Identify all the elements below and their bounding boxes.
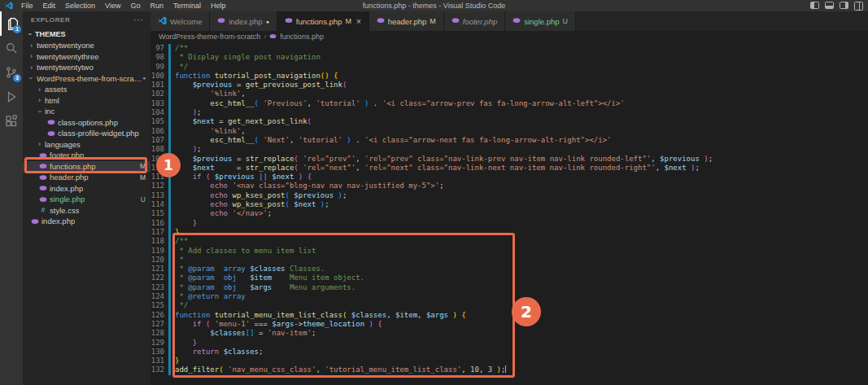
- tree-item-footer-php[interactable]: footer.php: [23, 150, 150, 161]
- line-number[interactable]: 117: [150, 228, 168, 237]
- line-number[interactable]: 113: [150, 191, 168, 200]
- line-number[interactable]: 105: [150, 117, 168, 126]
- line-number[interactable]: 100: [150, 72, 168, 81]
- line-number[interactable]: 115: [150, 209, 168, 218]
- line-number[interactable]: 130: [150, 348, 168, 357]
- code-line[interactable]: 110 $next = str_replace( 'rel="next"', '…: [150, 164, 868, 173]
- line-number[interactable]: 128: [150, 329, 168, 338]
- code-line[interactable]: 112 echo '<nav class="blog-nav nav nav-j…: [150, 182, 868, 190]
- tab-single-php[interactable]: single.phpU: [505, 11, 576, 31]
- line-number[interactable]: 102: [150, 90, 168, 98]
- line-number[interactable]: 107: [150, 136, 168, 145]
- code-line[interactable]: 111 if ( $previous || $next ) {: [150, 173, 868, 182]
- line-number[interactable]: 112: [150, 182, 168, 190]
- menu-edit[interactable]: Edit: [38, 0, 61, 11]
- code-line[interactable]: 98 * Display single post navigation: [150, 53, 868, 62]
- line-number[interactable]: 131: [150, 357, 168, 365]
- tree-item-inc[interactable]: ›inc: [23, 106, 150, 117]
- code-line[interactable]: 132add_filter( 'nav_menu_css_class', 'tu…: [150, 365, 868, 374]
- code-line[interactable]: 128 $classes[] = 'nav-item';: [150, 329, 868, 338]
- code-line[interactable]: 118/**: [150, 237, 868, 246]
- code-line[interactable]: 113 echo wp_kses_post( $previous );: [150, 191, 868, 200]
- menu-selection[interactable]: Selection: [60, 0, 100, 11]
- menu-terminal[interactable]: Terminal: [168, 0, 206, 11]
- line-number[interactable]: 109: [150, 155, 168, 164]
- code-line[interactable]: 129 }: [150, 339, 868, 348]
- code-line[interactable]: 127 if ( 'menu-1' === $args->theme_locat…: [150, 320, 868, 329]
- tree-item-twentytwentythree[interactable]: ›twentytwentythree: [23, 51, 150, 63]
- code-line[interactable]: 109 $previous = str_replace( 'rel="prev"…: [150, 155, 868, 164]
- code-line[interactable]: 131}: [150, 357, 868, 365]
- code-line[interactable]: 102 '%link',: [150, 90, 868, 98]
- line-number[interactable]: 122: [150, 273, 168, 282]
- code-line[interactable]: 104 );: [150, 108, 868, 117]
- line-number[interactable]: 119: [150, 247, 168, 256]
- line-number[interactable]: 123: [150, 283, 168, 292]
- tree-item-twentytwentyone[interactable]: ›twentytwentyone: [23, 40, 150, 51]
- line-number[interactable]: 110: [150, 164, 168, 173]
- line-number[interactable]: 106: [150, 127, 168, 136]
- tab-index-php[interactable]: index.php●: [210, 11, 277, 31]
- breadcrumb-file[interactable]: functions.php: [280, 33, 324, 41]
- extensions-icon[interactable]: [0, 109, 23, 133]
- code-line[interactable]: 97/**: [150, 44, 868, 53]
- tree-item-WordPress-theme-from-scratch[interactable]: ›WordPress-theme-from-scratch●: [23, 73, 150, 85]
- code-line[interactable]: 122 * @param obj $item Menu item object.: [150, 273, 868, 282]
- line-number[interactable]: 99: [150, 63, 168, 72]
- code-line[interactable]: 120 *: [150, 256, 868, 265]
- line-number[interactable]: 104: [150, 108, 168, 117]
- toggle-sidebar-icon[interactable]: [810, 2, 819, 9]
- line-number[interactable]: 127: [150, 320, 168, 329]
- source-control-icon[interactable]: 3: [0, 60, 23, 85]
- breadcrumb-folder[interactable]: WordPress-theme-from-scratch: [159, 33, 260, 41]
- menu-run[interactable]: Run: [145, 0, 168, 11]
- explorer-icon[interactable]: 1: [0, 11, 23, 36]
- tree-item-index-php[interactable]: index.php: [23, 216, 150, 227]
- search-icon[interactable]: [0, 36, 23, 60]
- code-line[interactable]: 125 */: [150, 301, 868, 310]
- code-line[interactable]: 107 esc_html__( 'Next', 'tutorial' ) . '…: [150, 136, 868, 145]
- code-line[interactable]: 100function tutorial_post_navigation() {: [150, 72, 868, 81]
- tree-item-index-php[interactable]: index.php: [23, 183, 150, 195]
- tree-item-languages[interactable]: ›languages: [23, 139, 150, 151]
- tree-item-assets[interactable]: ›assets: [23, 84, 150, 95]
- line-number[interactable]: 126: [150, 311, 168, 320]
- tree-item-single-php[interactable]: single.phpU: [23, 194, 150, 205]
- tree-item-class-profile-widget-php[interactable]: class-profile-widget.php: [23, 128, 150, 139]
- code-line[interactable]: 103 esc_html__( 'Previous', 'tutorial' )…: [150, 99, 868, 108]
- code-line[interactable]: 108 );: [150, 145, 868, 154]
- menu-view[interactable]: View: [100, 0, 125, 11]
- code-line[interactable]: 105 $next = get_next_post_link(: [150, 117, 868, 126]
- code-line[interactable]: 99 */: [150, 63, 868, 72]
- line-number[interactable]: 114: [150, 200, 168, 209]
- line-number[interactable]: 111: [150, 173, 168, 182]
- tree-item-twentytwentytwo[interactable]: ›twentytwentytwo: [23, 62, 150, 73]
- line-number[interactable]: 116: [150, 219, 168, 228]
- code-line[interactable]: 117}: [150, 228, 868, 237]
- menu-file[interactable]: File: [16, 0, 38, 11]
- tree-item-header-php[interactable]: header.phpM: [23, 172, 150, 183]
- code-line[interactable]: 101 $previous = get_previous_post_link(: [150, 81, 868, 90]
- tree-item-html[interactable]: ›html: [23, 95, 150, 107]
- line-number[interactable]: 124: [150, 292, 168, 301]
- code-line[interactable]: 130 return $classes;: [150, 348, 868, 357]
- code-line[interactable]: 123 * @param obj $args Menu arguments.: [150, 283, 868, 292]
- line-number[interactable]: 103: [150, 99, 168, 108]
- toggle-panel-icon[interactable]: [825, 2, 834, 9]
- code-line[interactable]: 106 '%link',: [150, 127, 868, 136]
- line-number[interactable]: 108: [150, 145, 168, 154]
- line-number[interactable]: 121: [150, 265, 168, 273]
- section-themes[interactable]: › THEMES: [23, 28, 150, 40]
- tab-functions-php[interactable]: functions.phpM×: [277, 11, 369, 31]
- line-number[interactable]: 132: [150, 365, 168, 374]
- line-number[interactable]: 98: [150, 53, 168, 62]
- menu-go[interactable]: Go: [125, 0, 145, 11]
- menu-help[interactable]: Help: [206, 0, 231, 11]
- customize-layout-icon[interactable]: [854, 2, 863, 11]
- code-line[interactable]: 115 echo '</nav>';: [150, 209, 868, 218]
- tree-item-functions-php[interactable]: functions.phpM: [23, 161, 150, 173]
- tree-item-class-options-php[interactable]: class-options.php: [23, 117, 150, 129]
- code-line[interactable]: 121 * @param array $classes Classes.: [150, 265, 868, 273]
- tab-footer-php[interactable]: footer.php: [444, 11, 505, 31]
- code-line[interactable]: 114 echo wp_kses_post( $next );: [150, 200, 868, 209]
